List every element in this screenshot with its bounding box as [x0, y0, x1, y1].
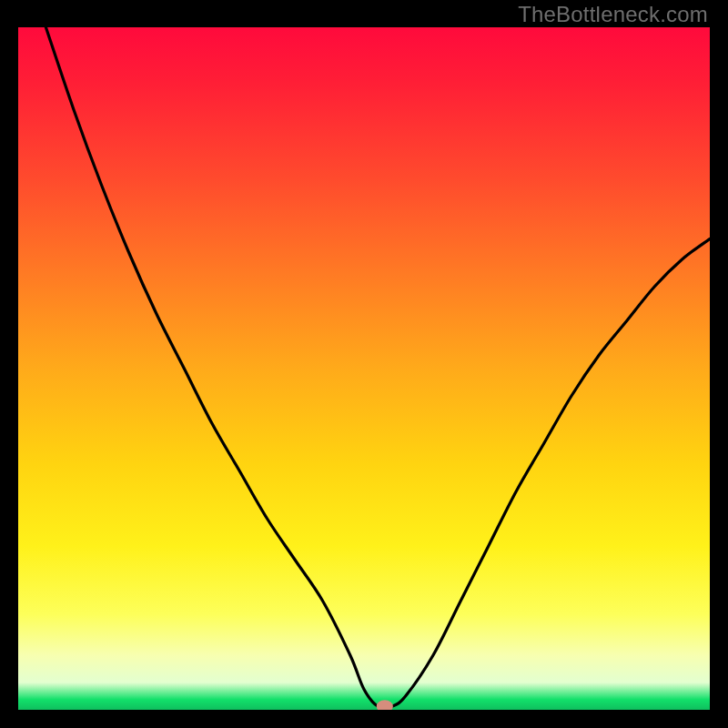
curve-layer: [18, 27, 710, 710]
plot-area: [18, 27, 710, 710]
bottleneck-curve: [46, 27, 710, 708]
attribution-watermark: TheBottleneck.com: [518, 2, 708, 27]
chart-frame: TheBottleneck.com: [0, 0, 728, 728]
optimum-marker: [377, 700, 393, 710]
